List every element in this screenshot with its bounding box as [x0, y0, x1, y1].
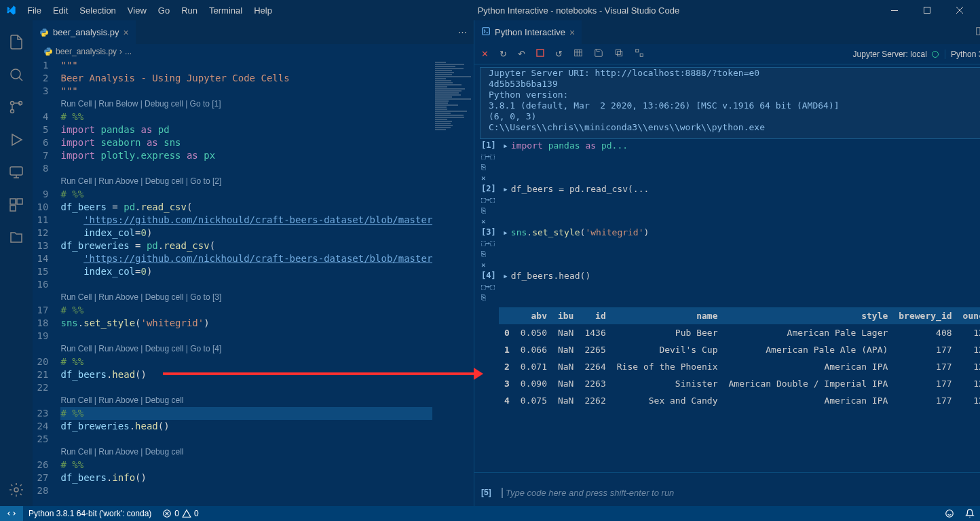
interactive-input[interactable]: [5] Type code here and press shift-enter… [474, 472, 980, 506]
svg-rect-6 [10, 167, 22, 175]
source-control-icon[interactable] [0, 91, 33, 123]
menu-edit[interactable]: Edit [48, 3, 73, 18]
tab-label: beer_analysis.py [53, 27, 119, 37]
cell-copy-icon[interactable]: ⎘ [481, 163, 980, 172]
cell-action-icons: ⬚→⬚⎘✕ [474, 195, 980, 226]
editor-tabs-left: beer_analysis.py × ⋯ [33, 20, 474, 44]
menu-terminal[interactable]: Terminal [204, 3, 248, 18]
split-editor-icon[interactable] [975, 26, 980, 38]
clear-icon[interactable]: ✕ [481, 49, 489, 59]
jupyter-server-status[interactable]: Jupyter Server: local [853, 50, 939, 59]
kernel-info: Jupyter Server URI: http://localhost:888… [480, 67, 980, 139]
cell-delete-icon[interactable]: ✕ [481, 174, 980, 182]
undo-icon[interactable]: ↶ [518, 49, 525, 59]
menu-selection[interactable]: Selection [74, 3, 121, 18]
stop-icon[interactable] [536, 49, 544, 59]
cell-goto-icon[interactable]: ⬚→⬚ [481, 239, 980, 248]
cell-goto-icon[interactable]: ⬚→⬚ [481, 195, 980, 204]
problems-status[interactable]: 0 0 [157, 509, 204, 518]
search-icon[interactable] [0, 58, 33, 91]
extensions-icon[interactable] [0, 189, 33, 221]
dataframe-table: abvibuidnamestylebrewery_idounces 00.050… [499, 307, 980, 409]
notifications-icon[interactable] [960, 509, 980, 518]
breadcrumb[interactable]: beer_analysis.py › ... [33, 44, 474, 59]
redo-icon[interactable]: ↻ [500, 49, 507, 59]
cell-code: df_beers = pd.read_csv(... [511, 184, 980, 194]
interactive-output[interactable]: Jupyter Server URI: http://localhost:888… [474, 64, 980, 472]
menu-bar: File Edit Selection View Go Run Terminal… [22, 3, 278, 18]
output-cell: [2]▸df_beers = pd.read_csv(... [474, 182, 980, 195]
tab-close-icon[interactable]: × [569, 27, 575, 38]
menu-go[interactable]: Go [153, 3, 175, 18]
run-debug-icon[interactable] [0, 123, 33, 156]
cell-goto-icon[interactable]: ⬚→⬚ [481, 152, 980, 161]
cell-delete-icon[interactable]: ✕ [481, 260, 980, 269]
remote-indicator[interactable] [0, 506, 23, 521]
cell-goto-icon[interactable]: ⬚→⬚ [481, 282, 980, 291]
tab-close-icon[interactable]: × [124, 27, 129, 38]
python-interpreter-status[interactable]: Python 3.8.1 64-bit ('work': conda) [23, 509, 157, 518]
menu-run[interactable]: Run [176, 3, 203, 18]
cell-action-icons: ⬚→⬚⎘✕ [474, 152, 980, 182]
svg-rect-17 [636, 50, 639, 52]
minimap[interactable] [432, 59, 474, 506]
file-icon[interactable] [0, 221, 33, 254]
cell-caret-icon[interactable]: ▸ [503, 140, 508, 151]
output-cell: [4]▸df_beers.head() [474, 269, 980, 282]
statusbar: Python 3.8.1 64-bit ('work': conda) 0 0 [0, 506, 980, 521]
window-controls [880, 0, 975, 20]
interactive-toolbar: ✕ ↻ ↶ ↺ Jupyter Server: local Python 3: … [474, 44, 980, 64]
cell-copy-icon[interactable]: ⎘ [481, 206, 980, 215]
remote-explorer-icon[interactable] [0, 156, 33, 189]
tab-beer-analysis[interactable]: beer_analysis.py × [33, 20, 136, 44]
svg-rect-0 [891, 10, 898, 11]
cell-number: [2] [481, 184, 500, 194]
feedback-icon[interactable] [939, 509, 960, 518]
input-cell-number: [5] [481, 488, 502, 498]
variables-icon[interactable] [573, 48, 583, 60]
editor-left: beer_analysis.py × ⋯ beer_analysis.py › … [33, 20, 474, 506]
cell-number: [4] [481, 271, 500, 281]
menu-view[interactable]: View [122, 3, 152, 18]
tab-python-interactive[interactable]: Python Interactive × [474, 20, 582, 44]
cell-number: [3] [481, 227, 500, 237]
editor-more-icon[interactable]: ⋯ [458, 27, 467, 37]
cell-caret-icon[interactable]: ▸ [503, 184, 508, 194]
export-icon[interactable] [614, 48, 624, 60]
explorer-icon[interactable] [0, 26, 33, 58]
cell-delete-icon[interactable]: ✕ [481, 217, 980, 226]
restart-icon[interactable]: ↺ [555, 49, 563, 59]
svg-rect-8 [17, 199, 22, 204]
menu-file[interactable]: File [22, 3, 47, 18]
kernel-status[interactable]: Python 3: Idle [945, 50, 980, 59]
code-content[interactable]: """Beer Analysis - Using Jupyter Code Ce… [60, 59, 432, 506]
save-icon[interactable] [594, 48, 603, 60]
menu-help[interactable]: Help [248, 3, 278, 18]
svg-rect-7 [10, 199, 16, 204]
cell-action-icons: ⬚→⬚⎘ [474, 282, 980, 302]
settings-gear-icon[interactable] [0, 474, 33, 506]
activity-bar [0, 20, 33, 506]
cell-caret-icon[interactable]: ▸ [503, 227, 508, 237]
close-button[interactable] [945, 0, 975, 20]
cell-copy-icon[interactable]: ⎘ [481, 250, 980, 258]
code-editor[interactable]: 1234567891011121314151617181920212223242… [33, 59, 474, 506]
python-file-icon [43, 47, 53, 56]
maximize-button[interactable] [912, 0, 942, 20]
svg-point-3 [11, 102, 14, 105]
expand-icon[interactable] [635, 48, 644, 60]
svg-point-21 [946, 510, 954, 518]
output-cell: [3]▸sns.set_style('whitegrid') [474, 226, 980, 239]
svg-rect-13 [537, 50, 544, 56]
annotation-arrow [163, 372, 475, 375]
svg-rect-16 [618, 52, 622, 56]
minimize-button[interactable] [880, 0, 909, 20]
tab-label: Python Interactive [495, 27, 565, 37]
cell-caret-icon[interactable]: ▸ [503, 271, 508, 281]
svg-rect-9 [10, 206, 16, 211]
svg-point-5 [11, 110, 14, 113]
cell-copy-icon[interactable]: ⎘ [481, 293, 980, 302]
input-cell-field[interactable]: Type code here and press shift-enter to … [502, 488, 980, 498]
svg-point-10 [14, 488, 18, 492]
svg-point-2 [11, 69, 20, 79]
